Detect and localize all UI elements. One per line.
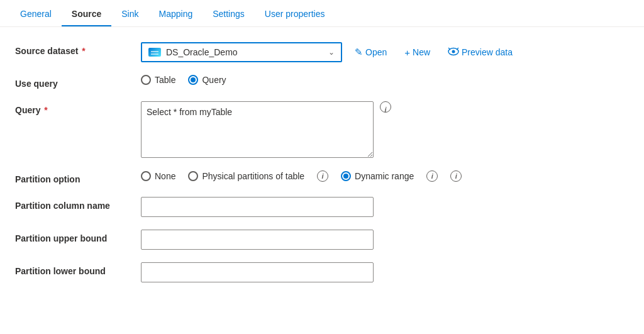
tab-sink[interactable]: Sink — [111, 0, 148, 26]
source-dataset-label: Source dataset * — [15, 42, 141, 56]
partition-physical-option[interactable]: Physical partitions of table — [188, 171, 304, 181]
preview-data-button[interactable]: Preview data — [443, 45, 518, 60]
source-dataset-dropdown[interactable]: DS_Oracle_Demo ⌄ — [141, 42, 342, 62]
partition-upper-bound-row: Partition upper bound — [15, 230, 629, 250]
partition-option-row: Partition option None Physical partition… — [15, 170, 629, 184]
partition-lower-bound-control — [141, 262, 629, 282]
svg-point-1 — [452, 50, 455, 53]
query-row: Query * Select * from myTable i — [15, 101, 629, 158]
query-control: Select * from myTable i — [141, 101, 629, 158]
partition-lower-bound-row: Partition lower bound — [15, 262, 629, 282]
radio-query-option[interactable]: Query — [188, 75, 226, 85]
tab-settings[interactable]: Settings — [203, 0, 255, 26]
partition-physical-info-icon[interactable]: i — [317, 170, 328, 182]
source-dataset-control: DS_Oracle_Demo ⌄ ✎ Open + New — [141, 42, 629, 62]
eye-icon — [448, 47, 459, 58]
use-query-control: Table Query — [141, 75, 629, 85]
radio-table-circle — [141, 75, 151, 85]
dataset-icon — [148, 48, 161, 57]
tab-source[interactable]: Source — [62, 0, 111, 26]
partition-upper-bound-input[interactable] — [141, 230, 374, 250]
tab-general[interactable]: General — [10, 0, 62, 26]
partition-dynamic-circle — [341, 171, 351, 181]
main-content: Source dataset * DS_Oracle_Demo ⌄ ✎ Open… — [0, 27, 644, 310]
partition-lower-bound-label: Partition lower bound — [15, 262, 141, 276]
use-query-row: Use query Table Query — [15, 75, 629, 89]
partition-lower-bound-input[interactable] — [141, 262, 374, 282]
partition-option-label: Partition option — [15, 170, 141, 184]
partition-none-option[interactable]: None — [141, 171, 175, 181]
radio-query-circle — [188, 75, 198, 85]
dataset-value: DS_Oracle_Demo — [166, 47, 323, 57]
partition-option-control: None Physical partitions of table i Dyna… — [141, 170, 629, 182]
partition-upper-bound-control — [141, 230, 629, 250]
partition-upper-bound-label: Partition upper bound — [15, 230, 141, 243]
radio-table-option[interactable]: Table — [141, 75, 175, 85]
use-query-radio-group: Table Query — [141, 75, 226, 85]
source-dataset-row: Source dataset * DS_Oracle_Demo ⌄ ✎ Open… — [15, 42, 629, 62]
use-query-label: Use query — [15, 75, 141, 89]
query-info-icon[interactable]: i — [380, 101, 391, 113]
partition-physical-circle — [188, 171, 198, 181]
partition-column-name-input[interactable] — [141, 197, 374, 217]
partition-column-name-control — [141, 197, 629, 217]
partition-dynamic-option[interactable]: Dynamic range — [341, 171, 414, 181]
chevron-down-icon: ⌄ — [328, 48, 335, 57]
partition-radio-group: None Physical partitions of table i Dyna… — [141, 170, 462, 182]
query-label: Query * — [15, 101, 141, 115]
tab-mapping[interactable]: Mapping — [149, 0, 203, 26]
open-button[interactable]: ✎ Open — [350, 44, 392, 60]
pencil-icon: ✎ — [355, 47, 363, 58]
partition-column-name-row: Partition column name — [15, 197, 629, 217]
partition-extra-info-icon[interactable]: i — [450, 170, 462, 182]
new-button[interactable]: + New — [399, 45, 435, 60]
partition-dynamic-info-icon[interactable]: i — [426, 170, 438, 182]
query-input[interactable]: Select * from myTable — [141, 101, 374, 158]
partition-none-circle — [141, 171, 151, 181]
plus-icon: + — [404, 47, 410, 58]
partition-column-name-label: Partition column name — [15, 197, 141, 211]
tab-user-properties[interactable]: User properties — [255, 0, 335, 26]
tab-bar: General Source Sink Mapping Settings Use… — [0, 0, 644, 27]
